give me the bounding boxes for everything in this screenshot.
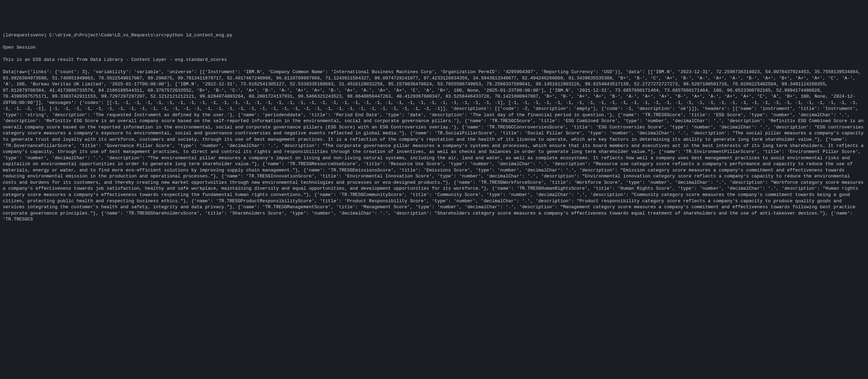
terminal-output: (ldrequestsvenv) C:\drive_d\Project\Code… bbox=[3, 26, 865, 229]
prompt-line: (ldrequestsvenv) C:\drive_d\Project\Code… bbox=[3, 32, 865, 38]
description-line: This is an ESG data result from Data Lib… bbox=[3, 57, 865, 63]
session-line: Open Session bbox=[3, 44, 865, 51]
data-output: Data(raw={'links': {'count': 3}, 'variab… bbox=[3, 69, 865, 223]
